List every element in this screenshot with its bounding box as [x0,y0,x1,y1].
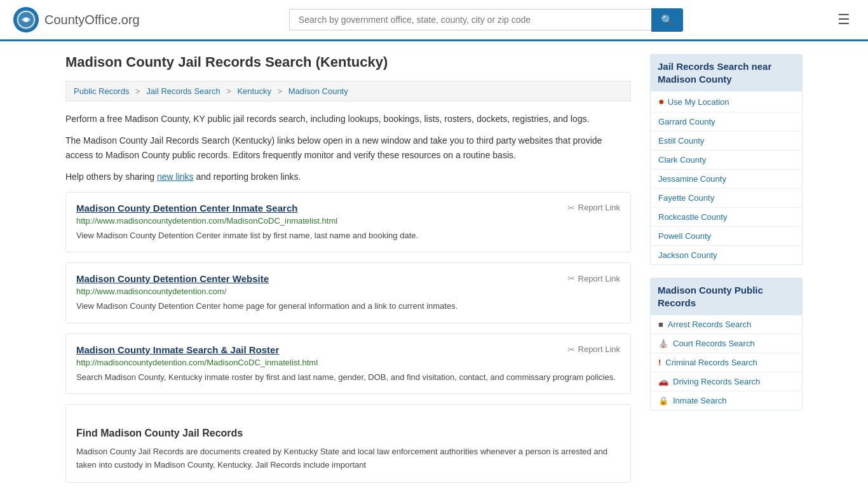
site-header: CountyOffice.org 🔍 ☰ [0,0,868,41]
list-item[interactable]: ! Criminal Records Search [651,353,802,372]
result-header-2: Madison County Detention Center Website … [76,273,620,284]
county-link-jackson[interactable]: Jackson County [658,250,717,260]
list-item[interactable]: Jessamine County [651,170,802,189]
result-title-3[interactable]: Madison County Inmate Search & Jail Rost… [76,344,279,355]
arrest-records-icon: ■ [658,320,663,329]
result-header-1: Madison County Detention Center Inmate S… [76,203,620,214]
hamburger-menu-button[interactable]: ☰ [832,9,855,30]
list-item[interactable]: ■ Arrest Records Search [651,315,802,334]
public-records-section: Madison County Public Records ■ Arrest R… [650,278,803,410]
result-title-2[interactable]: Madison County Detention Center Website [76,273,269,284]
public-records-list: ■ Arrest Records Search ⛪ Court Records … [650,315,803,410]
list-item[interactable]: Clark County [651,151,802,170]
county-link-clark[interactable]: Clark County [658,155,706,165]
breadcrumb-public-records[interactable]: Public Records [74,86,129,96]
list-item[interactable]: 🚗 Driving Records Search [651,372,802,391]
list-item[interactable]: Fayette County [651,189,802,208]
breadcrumb: Public Records > Jail Records Search > K… [65,81,631,102]
breadcrumb-madison-county[interactable]: Madison County [288,86,348,96]
report-link-icon-3: ✂ [567,344,575,355]
result-url-2: http://www.madisoncountydetention.com/ [76,287,620,296]
result-header-3: Madison County Inmate Search & Jail Rost… [76,344,620,355]
criminal-records-icon: ! [658,358,661,367]
list-item[interactable]: Rockcastle County [651,208,802,227]
intro-paragraph-1: Perform a free Madison County, KY public… [65,112,631,126]
new-links-link[interactable]: new links [157,172,194,182]
find-section-heading: Find Madison County Jail Records [76,428,620,439]
public-records-title: Madison County Public Records [650,278,803,315]
breadcrumb-sep-2: > [226,86,231,96]
result-desc-3: Search Madison County, Kentucky inmate r… [76,371,620,384]
result-title-1[interactable]: Madison County Detention Center Inmate S… [76,203,297,214]
list-item[interactable]: Jackson County [651,246,802,264]
intro-paragraph-3: Help others by sharing new links and rep… [65,170,631,184]
list-item[interactable]: Garrard County [651,112,802,132]
report-link-label-2: Report Link [578,274,620,283]
search-area: 🔍 [289,8,683,32]
breadcrumb-jail-records[interactable]: Jail Records Search [146,86,220,96]
report-link-1[interactable]: ✂ Report Link [567,203,620,213]
find-section: Find Madison County Jail Records Madison… [65,404,631,483]
result-url-1: http://www.madisoncountydetention.com/Ma… [76,216,620,226]
search-button[interactable]: 🔍 [651,8,683,32]
result-url-3: http://madisoncountydetention.com/Madiso… [76,358,620,367]
breadcrumb-sep-3: > [278,86,283,96]
county-link-fayette[interactable]: Fayette County [658,193,714,203]
report-link-icon-2: ✂ [567,273,575,283]
result-desc-2: View Madison County Detention Center hom… [76,300,620,313]
court-records-icon: ⛪ [658,339,668,348]
svg-point-2 [24,18,28,22]
result-card-2: Madison County Detention Center Website … [65,262,631,323]
page-title: Madison County Jail Records Search (Kent… [65,54,631,71]
county-link-garrard[interactable]: Garrard County [658,117,715,126]
county-link-jessamine[interactable]: Jessamine County [658,174,726,184]
report-link-3[interactable]: ✂ Report Link [567,344,620,355]
report-link-label-3: Report Link [578,344,620,354]
report-link-label-1: Report Link [578,203,620,212]
result-card-1: Madison County Detention Center Inmate S… [65,192,631,253]
location-dot-icon: ● [658,96,665,107]
list-item[interactable]: Powell County [651,227,802,246]
report-link-icon-1: ✂ [567,203,575,213]
nearby-section: Jail Records Search near Madison County … [650,54,803,265]
inmate-search-link[interactable]: Inmate Search [673,396,727,405]
county-link-estill[interactable]: Estill County [658,136,704,146]
search-input[interactable] [289,9,651,30]
breadcrumb-sep-1: > [135,86,140,96]
inmate-search-icon: 🔒 [658,396,668,405]
list-item[interactable]: 🔒 Inmate Search [651,391,802,410]
driving-records-link[interactable]: Driving Records Search [673,377,760,386]
content-area: Madison County Jail Records Search (Kent… [65,54,631,488]
county-link-rockcastle[interactable]: Rockcastle County [658,212,727,222]
main-container: Madison County Jail Records Search (Kent… [53,41,815,488]
court-records-link[interactable]: Court Records Search [673,339,755,348]
logo-area: CountyOffice.org [13,6,140,33]
find-section-body: Madison County Jail Records are document… [76,445,620,472]
sidebar: Jail Records Search near Madison County … [650,54,803,488]
site-logo-icon [13,6,39,33]
intro-paragraph-2: The Madison County Jail Records Search (… [65,133,631,162]
county-link-powell[interactable]: Powell County [658,231,711,241]
list-item[interactable]: ⛪ Court Records Search [651,334,802,353]
result-card-3: Madison County Inmate Search & Jail Rost… [65,334,631,395]
list-item[interactable]: Estill County [651,132,802,151]
criminal-records-link[interactable]: Criminal Records Search [665,358,757,367]
result-desc-1: View Madison County Detention Center inm… [76,229,620,242]
arrest-records-link[interactable]: Arrest Records Search [668,320,752,329]
nearby-section-title: Jail Records Search near Madison County [650,54,803,92]
report-link-2[interactable]: ✂ Report Link [567,273,620,283]
driving-records-icon: 🚗 [658,377,668,386]
use-my-location-link[interactable]: Use My Location [668,97,729,107]
logo-text: CountyOffice.org [44,13,140,27]
breadcrumb-kentucky[interactable]: Kentucky [237,86,271,96]
sidebar-use-my-location[interactable]: ● Use My Location [651,92,802,112]
nearby-county-list: ● Use My Location Garrard County Estill … [650,92,803,265]
